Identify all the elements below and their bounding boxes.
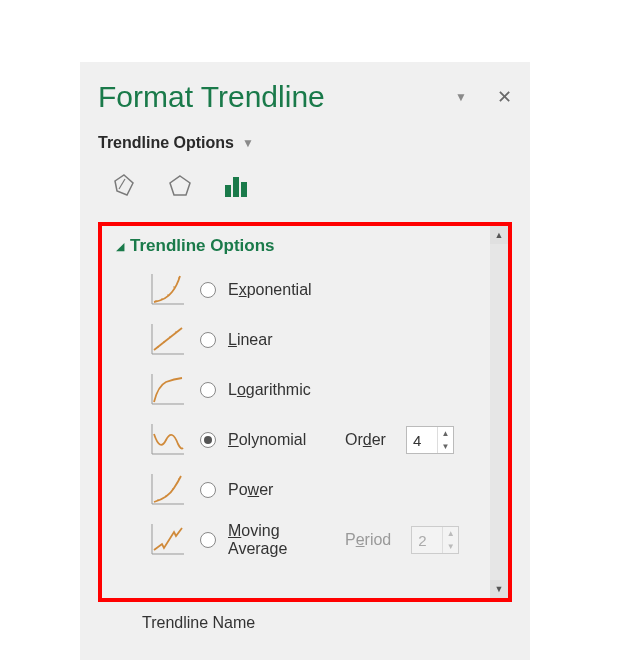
panel-header-controls: ▼ ✕ [455,86,512,108]
option-power: Power [116,470,498,510]
period-down-icon: ▼ [443,540,458,553]
period-value: 2 [412,527,442,553]
label-logarithmic[interactable]: Logarithmic [228,381,333,399]
svg-rect-3 [233,177,239,197]
svg-point-18 [175,331,177,333]
svg-point-16 [163,341,165,343]
option-moving-average: Moving Average Period 2 ▲ ▼ [116,520,498,560]
svg-point-28 [178,478,180,480]
order-spinner-arrows: ▲ ▼ [437,427,453,453]
option-linear: Linear [116,320,498,360]
effects-tab-icon[interactable] [162,168,198,204]
format-trendline-panel: Format Trendline ▼ ✕ Trendline Options ▼ [80,62,530,660]
order-label: Order [345,431,386,449]
svg-point-7 [155,300,157,302]
label-moving-average[interactable]: Moving Average [228,522,333,557]
subheader-label: Trendline Options [98,134,234,152]
svg-point-26 [165,495,167,497]
trendline-name-label: Trendline Name [142,614,255,631]
period-spinner: 2 ▲ ▼ [411,526,459,554]
power-curve-icon[interactable] [146,470,188,510]
svg-point-8 [161,298,163,300]
exponential-curve-icon[interactable] [146,270,188,310]
logarithmic-curve-icon[interactable] [146,370,188,410]
polynomial-curve-icon[interactable] [146,420,188,460]
collapse-arrow-icon: ◢ [116,240,124,253]
icon-tabs [98,168,512,204]
radio-linear[interactable] [200,332,216,348]
trendline-options-tab-icon[interactable] [218,168,254,204]
linear-curve-icon[interactable] [146,320,188,360]
close-icon[interactable]: ✕ [497,86,512,108]
order-down-icon[interactable]: ▼ [438,440,453,453]
section-title: Trendline Options [130,236,275,256]
radio-polynomial[interactable] [200,432,216,448]
trendline-name-section: Trendline Name [98,602,512,632]
subheader[interactable]: Trendline Options ▼ [98,134,512,152]
order-value[interactable]: 4 [407,427,437,453]
svg-point-25 [157,499,159,501]
svg-rect-4 [241,182,247,197]
svg-marker-0 [115,175,133,195]
scroll-down-icon[interactable]: ▼ [490,580,508,598]
scroll-up-icon[interactable]: ▲ [490,226,508,244]
radio-moving-average[interactable] [200,532,216,548]
option-exponential: Exponential [116,270,498,310]
label-linear[interactable]: Linear [228,331,333,349]
section-header[interactable]: ◢ Trendline Options [116,236,498,256]
svg-point-10 [173,286,175,288]
radio-power[interactable] [200,482,216,498]
option-polynomial: Polynomial Order 4 ▲ ▼ [116,420,498,460]
order-up-icon[interactable]: ▲ [438,427,453,440]
fill-line-tab-icon[interactable] [106,168,142,204]
trendline-options-section: ◢ Trendline Options Exponential [98,222,512,602]
radio-logarithmic[interactable] [200,382,216,398]
svg-point-17 [169,336,171,338]
svg-point-11 [178,277,180,279]
svg-point-15 [157,346,159,348]
scrollbar[interactable]: ▲ ▼ [490,226,508,598]
label-power[interactable]: Power [228,481,333,499]
panel-menu-icon[interactable]: ▼ [455,90,467,104]
moving-average-curve-icon[interactable] [146,520,188,560]
label-exponential[interactable]: Exponential [228,281,333,299]
svg-rect-2 [225,185,231,197]
radio-exponential[interactable] [200,282,216,298]
chevron-down-icon: ▼ [242,136,254,150]
svg-point-27 [172,488,174,490]
order-spinner[interactable]: 4 ▲ ▼ [406,426,454,454]
label-polynomial[interactable]: Polynomial [228,431,333,449]
option-logarithmic: Logarithmic [116,370,498,410]
panel-header: Format Trendline ▼ ✕ [98,80,512,114]
period-label: Period [345,531,391,549]
period-up-icon: ▲ [443,527,458,540]
panel-title: Format Trendline [98,80,325,114]
svg-point-9 [167,294,169,296]
period-spinner-arrows: ▲ ▼ [442,527,458,553]
svg-marker-1 [170,176,190,195]
